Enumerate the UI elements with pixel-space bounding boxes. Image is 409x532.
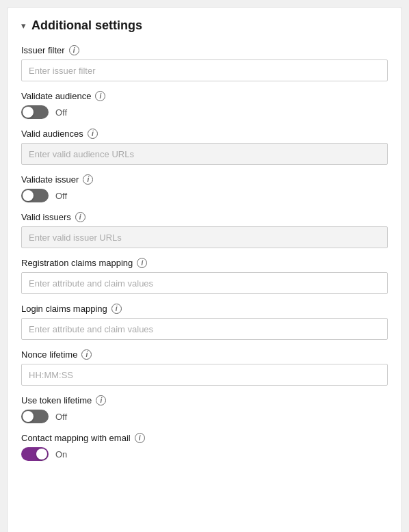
valid-issuers-label: Valid issuers <box>21 212 71 222</box>
login-claims-label-row: Login claims mapping i <box>21 304 388 314</box>
collapse-chevron-icon[interactable]: ▾ <box>21 21 26 31</box>
valid-issuers-label-row: Valid issuers i <box>21 212 388 222</box>
issuer-filter-group: Issuer filter i <box>21 45 388 81</box>
contact-mapping-toggle-row: On <box>21 447 388 461</box>
use-token-lifetime-label-row: Use token lifetime i <box>21 395 388 405</box>
issuer-filter-info-icon[interactable]: i <box>69 45 79 55</box>
valid-issuers-info-icon[interactable]: i <box>75 212 85 222</box>
validate-audience-group: Validate audience i Off <box>21 91 388 119</box>
panel-title: Additional settings <box>31 18 142 33</box>
use-token-lifetime-toggle-row: Off <box>21 410 388 423</box>
issuer-filter-label: Issuer filter <box>21 45 65 55</box>
valid-audiences-label: Valid audiences <box>21 129 83 139</box>
valid-audiences-label-row: Valid audiences i <box>21 129 388 139</box>
contact-mapping-toggle[interactable] <box>21 447 49 461</box>
valid-audiences-info-icon[interactable]: i <box>88 129 98 139</box>
issuer-filter-label-row: Issuer filter i <box>21 45 388 55</box>
additional-settings-panel: ▾ Additional settings Issuer filter i Va… <box>7 7 402 532</box>
registration-claims-label-row: Registration claims mapping i <box>21 258 388 268</box>
validate-audience-info-icon[interactable]: i <box>95 91 105 101</box>
use-token-lifetime-label: Use token lifetime <box>21 395 92 405</box>
registration-claims-label: Registration claims mapping <box>21 258 133 268</box>
login-claims-info-icon[interactable]: i <box>111 304 122 314</box>
panel-header: ▾ Additional settings <box>21 18 388 33</box>
valid-audiences-group: Valid audiences i <box>21 129 388 165</box>
nonce-lifetime-label: Nonce lifetime <box>21 349 77 360</box>
contact-mapping-label: Contact mapping with email <box>21 433 131 443</box>
validate-issuer-toggle-label: Off <box>55 191 67 201</box>
validate-issuer-toggle-row: Off <box>21 189 388 202</box>
nonce-lifetime-group: Nonce lifetime i <box>21 349 388 386</box>
validate-issuer-toggle[interactable] <box>21 189 49 202</box>
validate-audience-label-row: Validate audience i <box>21 91 388 101</box>
nonce-lifetime-input[interactable] <box>21 364 388 386</box>
contact-mapping-info-icon[interactable]: i <box>135 433 145 443</box>
validate-audience-toggle[interactable] <box>21 105 49 119</box>
registration-claims-input[interactable] <box>21 272 388 294</box>
registration-claims-mapping-group: Registration claims mapping i <box>21 258 388 294</box>
contact-mapping-toggle-label: On <box>55 449 67 460</box>
validate-issuer-group: Validate issuer i Off <box>21 174 388 202</box>
use-token-lifetime-toggle[interactable] <box>21 410 49 423</box>
nonce-lifetime-label-row: Nonce lifetime i <box>21 349 388 360</box>
validate-audience-label: Validate audience <box>21 91 91 101</box>
validate-audience-toggle-row: Off <box>21 105 388 119</box>
use-token-lifetime-group: Use token lifetime i Off <box>21 395 388 423</box>
login-claims-label: Login claims mapping <box>21 304 107 314</box>
valid-audiences-input <box>21 143 388 165</box>
contact-mapping-label-row: Contact mapping with email i <box>21 433 388 443</box>
valid-issuers-group: Valid issuers i <box>21 212 388 248</box>
issuer-filter-input[interactable] <box>21 59 388 81</box>
login-claims-mapping-group: Login claims mapping i <box>21 304 388 340</box>
registration-claims-info-icon[interactable]: i <box>137 258 147 268</box>
validate-issuer-label: Validate issuer <box>21 174 79 185</box>
use-token-lifetime-info-icon[interactable]: i <box>96 395 106 405</box>
use-token-lifetime-toggle-label: Off <box>55 412 67 422</box>
nonce-lifetime-info-icon[interactable]: i <box>81 349 92 360</box>
valid-issuers-input <box>21 226 388 248</box>
validate-issuer-label-row: Validate issuer i <box>21 174 388 185</box>
validate-audience-toggle-label: Off <box>55 107 67 118</box>
login-claims-input[interactable] <box>21 318 388 340</box>
validate-issuer-info-icon[interactable]: i <box>83 174 93 185</box>
contact-mapping-email-group: Contact mapping with email i On <box>21 433 388 461</box>
